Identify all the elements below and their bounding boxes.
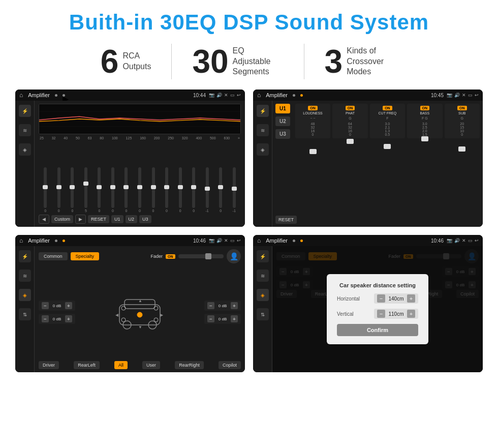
screens-grid: ⌂ Amplifier ▶ 10:44 📷 🔊 ✕ ▭ ↩ ⚡ <box>15 89 483 372</box>
cross-db-minus-2[interactable]: − <box>42 315 49 322</box>
dist-vertical-minus[interactable]: − <box>377 310 385 318</box>
cross-rearright-button[interactable]: RearRight <box>175 361 204 369</box>
dsp-phat-channel: ON PHAT G 64 32 16 0 <box>332 104 367 138</box>
cross-db-plus-3[interactable]: + <box>231 302 238 309</box>
cross-sidebar-wave-icon[interactable]: ≋ <box>19 270 31 282</box>
eq-reset-button[interactable]: RESET <box>88 215 109 223</box>
cross-db-plus-2[interactable]: + <box>65 315 72 322</box>
dsp-sidebar-speaker-icon[interactable]: ◈ <box>257 143 269 156</box>
dsp-reset-button[interactable]: RESET <box>275 216 297 224</box>
eq-u1-button[interactable]: U1 <box>111 215 123 223</box>
dsp-dot2 <box>300 94 303 97</box>
cross-copilot-button[interactable]: Copilot <box>219 361 241 369</box>
cross-db-minus-1[interactable]: − <box>42 302 49 309</box>
distance-screen: ⌂ Amplifier 10:46 📷 🔊 ✕ ▭ ↩ ⚡ ≋ ◈ <box>253 235 483 372</box>
dsp-title: Amplifier <box>266 92 288 98</box>
svg-point-8 <box>137 312 142 317</box>
dist-vertical-plus[interactable]: + <box>407 310 415 318</box>
dist-horizontal-plus[interactable]: + <box>407 294 415 303</box>
cross-tab-specialty[interactable]: Specialty <box>71 252 100 260</box>
eq-slider-2: 0 <box>53 167 65 213</box>
eq-status-icons: 📷 🔊 ✕ ▭ ↩ <box>209 93 241 98</box>
cross-db-minus-3[interactable]: − <box>207 302 214 309</box>
dsp-status-icons: 📷 🔊 ✕ ▭ ↩ <box>447 93 479 98</box>
cross-fader-label: Fader <box>151 254 163 259</box>
eq-slider-12: 0 <box>188 167 200 213</box>
cross-db-val-1: 0 dB <box>51 304 63 308</box>
dsp-sub-channel: ON SUB G 20 15 10 0 <box>445 104 480 138</box>
dsp-u2-button[interactable]: U2 <box>275 116 290 126</box>
svg-text:▶: ▶ <box>160 313 164 317</box>
eq-freq-labels: 25 32 40 50 63 80 100 125 160 200 250 32… <box>39 136 241 140</box>
cross-driver-button[interactable]: Driver <box>39 361 59 369</box>
cross-db-plus-4[interactable]: + <box>231 315 238 322</box>
eq-slider-5: 0 <box>94 167 105 213</box>
eq-content: ⚡ ≋ ◈ <box>15 101 245 227</box>
dist-content: ⚡ ≋ ◈ ⇅ Common Specialty Fader ON <box>253 246 483 372</box>
dsp-sidebar-wave-icon[interactable]: ≋ <box>257 124 269 136</box>
dist-modal-vertical-row: Vertical − 110cm + <box>337 309 418 319</box>
cross-db-minus-4[interactable]: − <box>207 315 214 322</box>
cross-fader-slider[interactable] <box>178 254 224 258</box>
cross-sidebar-eq-icon[interactable]: ⚡ <box>19 250 31 262</box>
cross-car-area: − 0 dB + − 0 dB + <box>39 266 241 358</box>
cross-tab-row: Common Specialty Fader ON 👤 <box>39 249 241 263</box>
cross-db-val-4: 0 dB <box>216 317 229 321</box>
dsp-sidebar-eq-icon[interactable]: ⚡ <box>257 105 269 117</box>
cross-db-plus-1[interactable]: + <box>65 302 72 309</box>
eq-slider-1: 0 <box>40 167 51 213</box>
eq-sidebar-wave-icon[interactable]: ≋ <box>19 124 31 136</box>
dsp-cutfreq-label: CUT FREQ <box>379 111 397 115</box>
cross-sidebar-arrows-icon[interactable]: ⇅ <box>19 308 31 320</box>
dist-x-icon: ✕ <box>462 238 466 243</box>
cross-user-button[interactable]: User <box>142 361 160 369</box>
svg-text:▼: ▼ <box>138 325 142 330</box>
dist-sidebar-speaker-icon[interactable]: ◈ <box>257 289 269 301</box>
dsp-bass-on: ON <box>420 106 430 110</box>
cross-tab-common[interactable]: Common <box>39 252 68 260</box>
cross-all-button[interactable]: All <box>114 361 128 369</box>
cross-db-ctrl-4: − 0 dB + <box>204 314 241 324</box>
dist-sidebar-eq-icon[interactable]: ⚡ <box>257 250 269 262</box>
cross-status-bar: ⌂ Amplifier 10:46 📷 🔊 ✕ ▭ ↩ <box>15 235 245 246</box>
eq-u3-button[interactable]: U3 <box>139 215 151 223</box>
dist-sidebar-arrows-icon[interactable]: ⇅ <box>257 308 269 320</box>
dsp-u-buttons: U1 U2 U3 <box>275 104 290 212</box>
eq-custom-button[interactable]: Custom <box>51 215 73 223</box>
dist-modal-horizontal-row: Horizontal − 140cm + <box>337 293 418 304</box>
cross-car-svg-area: ▲ ▼ ◀ ▶ <box>79 292 200 333</box>
dist-horizontal-minus[interactable]: − <box>377 294 385 303</box>
dsp-content: ⚡ ≋ ◈ U1 U2 U3 <box>253 101 483 227</box>
dist-dot1 <box>293 240 295 242</box>
eq-next-button[interactable]: ▶ <box>75 215 86 224</box>
dist-vertical-value: 110cm <box>387 311 405 317</box>
dist-sidebar-wave-icon[interactable]: ≋ <box>257 270 269 282</box>
eq-sidebar-eq-icon[interactable]: ⚡ <box>19 105 31 117</box>
dsp-u3-button[interactable]: U3 <box>275 129 290 139</box>
dist-modal-title: Car speaker distance setting <box>337 282 418 288</box>
eq-rect-icon: ▭ <box>230 93 235 98</box>
dist-modal-horizontal-label: Horizontal <box>337 296 365 302</box>
dsp-loudness-label: LOUDNESS <box>303 111 323 115</box>
cross-sidebar-speaker-icon[interactable]: ◈ <box>19 289 31 301</box>
cross-rearleft-button[interactable]: RearLeft <box>74 361 100 369</box>
stat-eq-label: EQ AdjustableSegments <box>233 46 284 77</box>
eq-slider-13: -1 <box>201 167 213 213</box>
svg-point-11 <box>121 318 126 322</box>
dsp-back-icon: ↩ <box>475 93 479 98</box>
dsp-u1-button[interactable]: U1 <box>275 104 290 113</box>
eq-sidebar-speaker-icon[interactable]: ◈ <box>19 143 31 156</box>
cross-db-ctrl-2: − 0 dB + <box>39 314 75 324</box>
dist-confirm-button[interactable]: Confirm <box>337 324 418 336</box>
cross-left-speakers: − 0 dB + − 0 dB + <box>39 301 75 324</box>
dsp-time: 10:45 <box>431 93 444 98</box>
eq-prev-button[interactable]: ◀ <box>39 215 49 224</box>
eq-dot1 <box>55 94 57 97</box>
cross-camera-icon: 📷 <box>209 238 214 243</box>
eq-dot2: ▶ <box>63 94 65 97</box>
eq-slider-8: 0 <box>134 167 146 213</box>
eq-slider-15: -1 <box>228 167 240 213</box>
eq-main-area: 25 32 40 50 63 80 100 125 160 200 250 32… <box>35 101 245 227</box>
eq-u2-button[interactable]: U2 <box>126 215 138 223</box>
eq-slider-14: 0 <box>215 167 227 213</box>
